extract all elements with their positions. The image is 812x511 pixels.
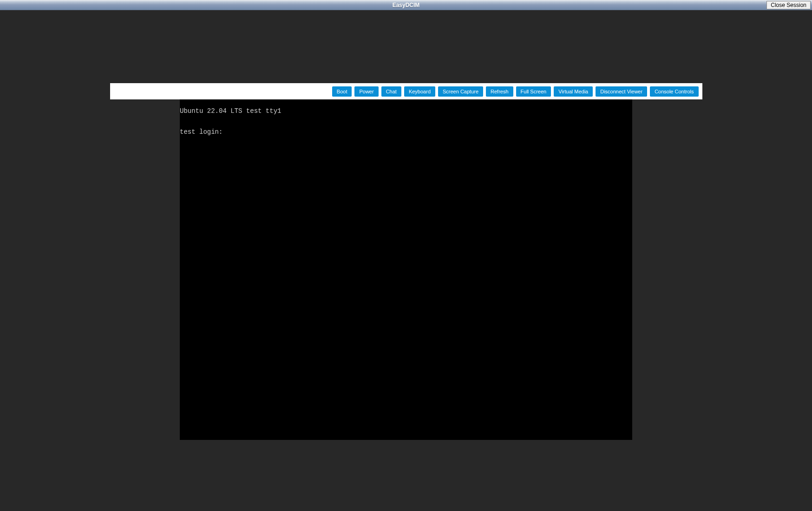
terminal-line-1: Ubuntu 22.04 LTS test tty1 <box>180 107 281 115</box>
terminal-line-3: test login: <box>180 128 223 136</box>
console-container: Boot Power Chat Keyboard Screen Capture … <box>110 83 702 99</box>
app-title: EasyDCIM <box>393 2 420 8</box>
close-session-button[interactable]: Close Session <box>766 1 811 9</box>
chat-button[interactable]: Chat <box>381 86 401 97</box>
disconnect-viewer-button[interactable]: Disconnect Viewer <box>596 86 647 97</box>
console-controls-button[interactable]: Console Controls <box>650 86 698 97</box>
power-button[interactable]: Power <box>354 86 378 97</box>
terminal[interactable]: Ubuntu 22.04 LTS test tty1 test login: <box>180 99 632 440</box>
console-toolbar: Boot Power Chat Keyboard Screen Capture … <box>110 83 702 99</box>
virtual-media-button[interactable]: Virtual Media <box>554 86 593 97</box>
header-bar: EasyDCIM Close Session <box>0 0 812 10</box>
full-screen-button[interactable]: Full Screen <box>516 86 551 97</box>
terminal-wrapper: Ubuntu 22.04 LTS test tty1 test login: <box>0 99 812 440</box>
content-area: Boot Power Chat Keyboard Screen Capture … <box>0 10 812 511</box>
refresh-button[interactable]: Refresh <box>486 86 513 97</box>
boot-button[interactable]: Boot <box>332 86 352 97</box>
screen-capture-button[interactable]: Screen Capture <box>438 86 483 97</box>
keyboard-button[interactable]: Keyboard <box>404 86 435 97</box>
